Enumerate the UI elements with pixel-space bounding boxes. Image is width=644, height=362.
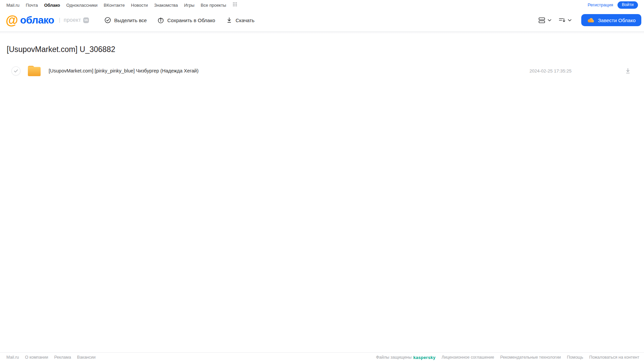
download-all-label: Скачать [236, 17, 254, 23]
footer-right-links: Файлы защищены kaspersky Лицензионное со… [376, 355, 639, 360]
sort-button[interactable] [557, 17, 573, 23]
file-name-link[interactable]: [UsupovMarket.com] [pinky_pinky_blue] Чи… [49, 68, 199, 73]
portal-link-odnoklassniki[interactable]: Одноклассники [66, 3, 98, 8]
list-view-icon [538, 17, 546, 23]
share-toolbar: Выделить все Сохранить в Облако [104, 17, 254, 23]
footer-link-license[interactable]: Лицензионное соглашение [442, 355, 494, 360]
cloud-logo[interactable]: @ облако | проект VK [6, 14, 89, 26]
cloud-icon [587, 17, 595, 23]
footer-link-jobs[interactable]: Вакансии [77, 355, 96, 360]
share-content: [UsupovMarket.com] U_306882 [0, 34, 644, 352]
topbar: Mail.ru Почта Облако Одноклассники ВКонт… [0, 0, 644, 9]
portal-nav: Mail.ru Почта Облако Одноклассники ВКонт… [6, 2, 237, 8]
save-to-cloud-label: Сохранить в Облако [167, 17, 215, 23]
header-controls: Завести Облако [537, 14, 641, 26]
save-to-cloud-button[interactable]: Сохранить в Облако [157, 17, 215, 23]
portal-link-news[interactable]: Новости [131, 3, 148, 8]
footer: Mail.ru О компании Реклама Вакансии Файл… [0, 352, 644, 362]
file-row[interactable]: [UsupovMarket.com] [pinky_pinky_blue] Чи… [7, 64, 637, 78]
footer-left-links: Mail.ru О компании Реклама Вакансии [6, 355, 96, 360]
register-link[interactable]: Регистрация [588, 2, 613, 7]
sort-icon [558, 17, 566, 23]
select-all-button[interactable]: Выделить все [104, 17, 147, 23]
footer-link-report-content[interactable]: Пожаловаться на контент [589, 355, 639, 360]
topbar-auth: Регистрация Войти [588, 1, 638, 9]
portal-link-mail[interactable]: Почта [26, 3, 38, 8]
footer-link-mailru[interactable]: Mail.ru [6, 355, 19, 360]
file-checkbox[interactable] [11, 66, 20, 75]
login-button[interactable]: Войти [617, 1, 638, 9]
file-download-icon[interactable] [625, 67, 631, 74]
footer-link-recommendation-tech[interactable]: Рекомендательные технологии [500, 355, 561, 360]
get-cloud-button[interactable]: Завести Облако [581, 14, 641, 26]
file-date: 2024-02-25 17:35:25 [530, 68, 572, 73]
vk-logo-icon: VK [83, 17, 89, 23]
cloud-upload-icon [157, 17, 164, 23]
view-mode-button[interactable] [537, 17, 553, 23]
protected-label: Файлы защищены [376, 355, 411, 360]
select-all-label: Выделить все [114, 17, 147, 23]
page-title: [UsupovMarket.com] U_306882 [7, 45, 637, 54]
header-shadow [0, 31, 644, 34]
check-circle-icon [104, 17, 111, 23]
logo-divider: | [59, 17, 60, 23]
portal-link-games[interactable]: Игры [184, 3, 195, 8]
portal-link-cloud[interactable]: Облако [44, 3, 60, 8]
chevron-down-icon [548, 19, 551, 21]
portal-link-vkontakte[interactable]: ВКонтакте [104, 3, 125, 8]
folder-icon [27, 65, 42, 77]
footer-link-about[interactable]: О компании [25, 355, 48, 360]
cloud-public-page: Mail.ru Почта Облако Одноклассники ВКонт… [0, 0, 644, 362]
mailru-at-icon: @ [6, 14, 18, 26]
portal-link-all-projects[interactable]: Все проекты [201, 3, 226, 8]
cloud-logo-text: облако [20, 15, 54, 25]
kaspersky-logo[interactable]: kaspersky [413, 355, 435, 360]
vk-project-label: проект [64, 17, 81, 23]
portal-link-dating[interactable]: Знакомства [154, 3, 178, 8]
apps-grid-icon[interactable] [233, 2, 237, 7]
download-icon [226, 17, 233, 23]
cloud-header: @ облако | проект VK Выделить все [0, 9, 644, 31]
chevron-down-icon [568, 19, 572, 21]
download-all-button[interactable]: Скачать [226, 17, 254, 23]
footer-link-ads[interactable]: Реклама [54, 355, 71, 360]
kaspersky-protection: Файлы защищены kaspersky [376, 355, 435, 360]
get-cloud-label: Завести Облако [598, 17, 636, 23]
footer-link-help[interactable]: Помощь [567, 355, 583, 360]
portal-link-mailru[interactable]: Mail.ru [6, 3, 19, 8]
